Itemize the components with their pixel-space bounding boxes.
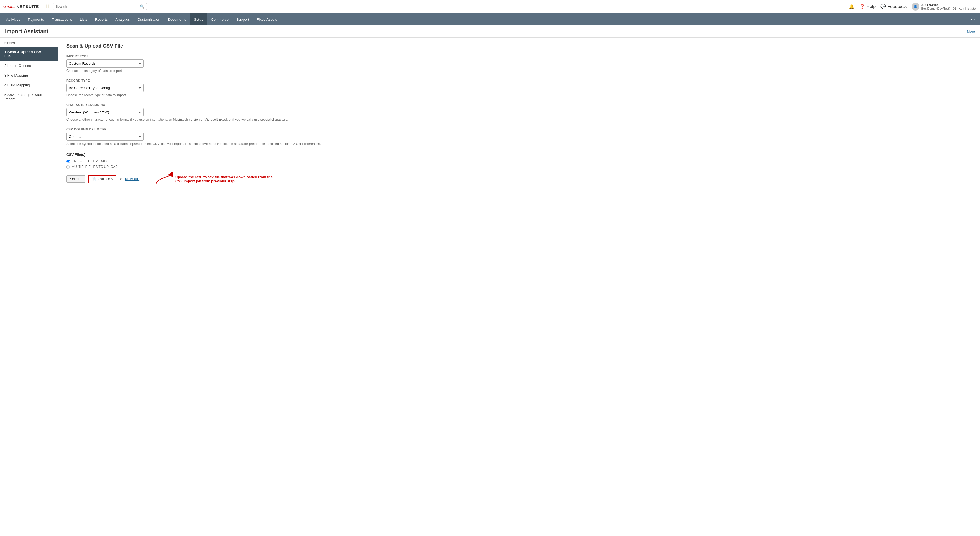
top-bar: ORACLE NETSUITE ⏸ 🔍 🔔 ❓ Help 💬 Feedback … bbox=[0, 0, 980, 13]
logo-divider-icon: ⏸ bbox=[45, 3, 50, 10]
select-file-button[interactable]: Select... bbox=[66, 175, 86, 183]
radio-one-file[interactable]: ONE FILE TO UPLOAD bbox=[66, 160, 972, 163]
char-encoding-group: CHARACTER ENCODING Western (Windows 1252… bbox=[66, 103, 972, 121]
csv-delimiter-label: CSV COLUMN DELIMITER bbox=[66, 128, 972, 131]
step-4-label: 4 Field Mapping bbox=[5, 83, 30, 87]
step-3[interactable]: 3 File Mapping bbox=[0, 70, 58, 80]
char-encoding-help: Choose another character encoding format… bbox=[66, 118, 972, 121]
sidebar: STEPS 1 Scan & Upload CSVFile 2 Import O… bbox=[0, 38, 58, 535]
nav-reports[interactable]: Reports bbox=[91, 13, 112, 26]
annotation-area: Select... 📄 results.csv ✕ REMOVE bbox=[66, 172, 972, 186]
nav-activities[interactable]: Activities bbox=[2, 13, 24, 26]
help-button[interactable]: ❓ Help bbox=[859, 4, 875, 9]
user-info[interactable]: 👤 Alex Wolfe Box Demo (Dev/Test) - 01 - … bbox=[912, 3, 977, 11]
annotation-text: Upload the results.csv file that was dow… bbox=[175, 175, 280, 183]
nav-setup[interactable]: Setup bbox=[190, 13, 207, 26]
csv-delimiter-group: CSV COLUMN DELIMITER Comma Semicolon Tab… bbox=[66, 128, 972, 146]
csv-files-label: CSV File(s) bbox=[66, 153, 972, 156]
remove-separator: ✕ bbox=[119, 177, 122, 181]
search-input[interactable] bbox=[55, 5, 140, 9]
search-bar[interactable]: 🔍 bbox=[53, 3, 147, 10]
step-3-label: 3 File Mapping bbox=[5, 73, 28, 78]
nav-fixed-assets[interactable]: Fixed Assets bbox=[253, 13, 281, 26]
char-encoding-label: CHARACTER ENCODING bbox=[66, 103, 972, 107]
remove-link[interactable]: REMOVE bbox=[125, 177, 139, 181]
nav-customization[interactable]: Customization bbox=[134, 13, 164, 26]
radio-one-file-label: ONE FILE TO UPLOAD bbox=[72, 160, 107, 163]
user-display-name: Alex Wolfe bbox=[921, 3, 977, 7]
radio-multiple-files[interactable]: MULTIPLE FILES TO UPLOAD bbox=[66, 165, 972, 169]
csv-delimiter-select[interactable]: Comma Semicolon Tab Space bbox=[66, 132, 144, 140]
radio-multiple-files-input[interactable] bbox=[66, 165, 70, 169]
step-5[interactable]: 5 Save mapping & StartImport bbox=[0, 90, 58, 104]
nav-commerce[interactable]: Commerce bbox=[207, 13, 232, 26]
feedback-icon: 💬 bbox=[880, 4, 886, 9]
nav-more-button[interactable]: ··· bbox=[968, 17, 978, 22]
record-type-group: RECORD TYPE Box - Record Type Config Cho… bbox=[66, 79, 972, 97]
help-label: Help bbox=[866, 4, 875, 9]
radio-multiple-files-label: MULTIPLE FILES TO UPLOAD bbox=[72, 165, 118, 169]
user-name-block: Alex Wolfe Box Demo (Dev/Test) - 01 - Ad… bbox=[921, 3, 977, 10]
nav-transactions[interactable]: Transactions bbox=[48, 13, 76, 26]
help-circle-icon: ❓ bbox=[859, 4, 865, 9]
more-link[interactable]: More bbox=[967, 29, 975, 34]
record-type-help: Choose the record type of data to import… bbox=[66, 93, 972, 97]
annotation-arrow bbox=[153, 172, 175, 186]
import-type-group: IMPORT TYPE Custom Records Transactions … bbox=[66, 54, 972, 73]
notifications-icon[interactable]: 🔔 bbox=[848, 3, 854, 10]
nav-bar: Activities Payments Transactions Lists R… bbox=[0, 13, 980, 26]
record-type-label: RECORD TYPE bbox=[66, 79, 972, 82]
radio-one-file-input[interactable] bbox=[66, 160, 70, 163]
import-type-select[interactable]: Custom Records Transactions Entities Ite… bbox=[66, 59, 144, 67]
page-title: Import Assistant bbox=[5, 28, 48, 35]
file-chip: 📄 results.csv bbox=[88, 175, 116, 183]
csv-files-section: CSV File(s) ONE FILE TO UPLOAD MULTIPLE … bbox=[66, 153, 972, 186]
step-1[interactable]: 1 Scan & Upload CSVFile bbox=[0, 47, 58, 61]
annotation-message: Upload the results.csv file that was dow… bbox=[175, 175, 280, 183]
steps-label: STEPS bbox=[0, 41, 58, 47]
search-icon: 🔍 bbox=[140, 5, 144, 9]
page-header: Import Assistant More bbox=[0, 26, 980, 38]
nav-support[interactable]: Support bbox=[232, 13, 253, 26]
step-2-label: 2 Import Options bbox=[5, 64, 31, 68]
main-layout: STEPS 1 Scan & Upload CSVFile 2 Import O… bbox=[0, 38, 980, 535]
nav-analytics[interactable]: Analytics bbox=[111, 13, 134, 26]
content-area: Scan & Upload CSV File IMPORT TYPE Custo… bbox=[58, 38, 980, 535]
nav-lists[interactable]: Lists bbox=[76, 13, 91, 26]
nav-payments[interactable]: Payments bbox=[24, 13, 48, 26]
import-type-label: IMPORT TYPE bbox=[66, 54, 972, 58]
top-actions: 🔔 ❓ Help 💬 Feedback 👤 Alex Wolfe Box Dem… bbox=[848, 3, 977, 11]
section-title: Scan & Upload CSV File bbox=[66, 43, 972, 49]
radio-group: ONE FILE TO UPLOAD MULTIPLE FILES TO UPL… bbox=[66, 160, 972, 169]
csv-delimiter-help: Select the symbol to be used as a column… bbox=[66, 142, 972, 146]
file-icon: 📄 bbox=[92, 177, 96, 181]
footer: Cancel < Back Next > bbox=[0, 535, 980, 536]
feedback-label: Feedback bbox=[888, 4, 907, 9]
import-type-help: Choose the category of data to import. bbox=[66, 69, 972, 73]
nav-documents[interactable]: Documents bbox=[164, 13, 190, 26]
step-5-label: 5 Save mapping & StartImport bbox=[5, 93, 42, 101]
step-1-label: 1 Scan & Upload CSVFile bbox=[5, 50, 41, 58]
step-2[interactable]: 2 Import Options bbox=[0, 61, 58, 70]
avatar: 👤 bbox=[912, 3, 920, 11]
file-row: Select... 📄 results.csv ✕ REMOVE bbox=[66, 175, 139, 183]
record-type-select[interactable]: Box - Record Type Config bbox=[66, 84, 144, 92]
file-name: results.csv bbox=[97, 177, 113, 181]
logo: ORACLE NETSUITE bbox=[3, 4, 39, 9]
feedback-button[interactable]: 💬 Feedback bbox=[880, 4, 907, 9]
char-encoding-select[interactable]: Western (Windows 1252) UTF-8 Unicode bbox=[66, 108, 144, 116]
user-role: Box Demo (Dev/Test) - 01 - Administrator bbox=[921, 7, 977, 10]
step-4[interactable]: 4 Field Mapping bbox=[0, 80, 58, 90]
